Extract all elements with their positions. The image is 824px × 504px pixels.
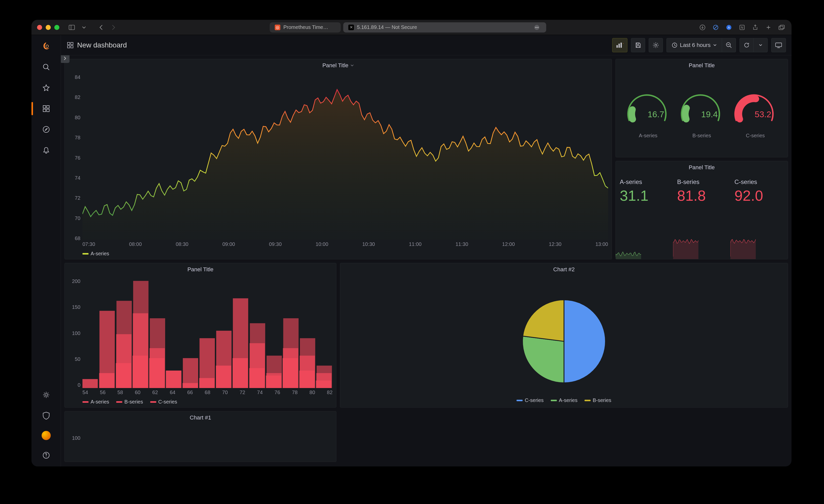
panel-histogram[interactable]: Panel Title 050100150200 545658606264666… [65, 263, 336, 408]
grafana-logo-icon[interactable] [40, 40, 52, 52]
svg-point-3 [535, 27, 536, 28]
save-button[interactable] [631, 38, 645, 52]
svg-rect-20 [43, 109, 46, 112]
svg-rect-25 [68, 42, 70, 45]
clock-icon [672, 42, 678, 48]
svg-line-36 [730, 46, 731, 48]
zoom-window-button[interactable] [54, 25, 60, 30]
more-icon[interactable] [532, 23, 541, 32]
refresh-picker[interactable] [739, 38, 768, 52]
pie-chart [518, 296, 610, 387]
minimize-window-button[interactable] [46, 25, 51, 30]
panel-title: Panel Title [188, 266, 214, 273]
svg-rect-38 [776, 43, 782, 47]
stat: B-series 81.8 [673, 174, 730, 259]
prometheus-favicon: ◎ [275, 25, 280, 30]
grafana-favicon: ✕ [348, 25, 354, 30]
sidebar-toggle-icon[interactable] [68, 23, 76, 32]
svg-text:N: N [741, 26, 743, 29]
extension-icon-2[interactable]: N [738, 23, 746, 32]
refresh-button[interactable] [739, 38, 754, 52]
tv-mode-button[interactable] [771, 38, 786, 52]
extension-icon[interactable]: A [725, 23, 733, 32]
svg-rect-74 [150, 318, 165, 388]
svg-rect-14 [780, 25, 785, 29]
panel-title: Panel Title [322, 62, 348, 69]
panel-timeseries[interactable]: Panel Title 687072747678808284 [65, 59, 612, 260]
svg-line-8 [714, 26, 717, 29]
settings-icon[interactable] [40, 389, 52, 400]
user-avatar[interactable] [41, 431, 51, 440]
explore-icon[interactable] [40, 124, 52, 135]
svg-rect-63 [183, 358, 198, 388]
new-tab-icon[interactable] [764, 23, 773, 32]
star-icon[interactable] [40, 82, 52, 93]
y-axis: 687072747678808284 [68, 74, 80, 241]
chevron-down-icon [713, 44, 717, 46]
alerts-icon[interactable] [40, 145, 52, 156]
browser-tab-inactive[interactable]: ◎ Prometheus Time… [270, 22, 341, 32]
share-icon[interactable] [751, 23, 759, 32]
y-axis: 050100150200 [68, 278, 80, 388]
plot-area [83, 74, 608, 240]
gauge: 53.2 C-series [730, 93, 781, 138]
svg-rect-76 [267, 356, 282, 388]
refresh-interval-dropdown[interactable] [753, 38, 768, 52]
add-panel-button[interactable]: + [612, 38, 627, 52]
svg-rect-66 [233, 298, 248, 388]
time-picker[interactable]: Last 6 hours [666, 38, 736, 52]
search-icon[interactable] [40, 62, 52, 73]
close-window-button[interactable] [37, 25, 42, 30]
zoom-out-button[interactable] [722, 38, 736, 52]
svg-text:19.4: 19.4 [701, 110, 718, 119]
panel-stats[interactable]: Panel Title A-series 31.1 B-series 81.8 … [615, 161, 788, 260]
tabs-overview-icon[interactable] [777, 23, 786, 32]
svg-rect-78 [300, 338, 315, 388]
svg-rect-31 [621, 42, 622, 48]
panel-title: Panel Title [689, 62, 715, 69]
svg-rect-58 [99, 311, 115, 388]
svg-point-33 [655, 44, 657, 46]
svg-text:53.2: 53.2 [755, 110, 771, 119]
svg-rect-18 [43, 106, 46, 108]
svg-rect-28 [71, 46, 73, 48]
svg-point-16 [43, 64, 48, 69]
back-button[interactable] [97, 23, 106, 32]
download-icon[interactable] [698, 23, 707, 32]
svg-rect-29 [616, 45, 618, 48]
svg-rect-65 [216, 331, 231, 388]
svg-text:A: A [728, 26, 730, 29]
dashboard-topbar: New dashboard + Last [61, 35, 792, 55]
svg-rect-64 [199, 338, 215, 388]
svg-rect-13 [779, 26, 783, 30]
dashboards-icon[interactable] [40, 103, 52, 114]
plot-area [83, 278, 333, 388]
dashboard-title[interactable]: New dashboard [77, 41, 127, 49]
browser-window: ◎ Prometheus Time… ✕ 5.161.89.14 — Not S… [31, 20, 792, 467]
svg-rect-72 [116, 301, 132, 388]
panel-chart1[interactable]: Chart #1 100 [65, 411, 336, 462]
legend: A-series [83, 251, 109, 257]
svg-rect-73 [133, 281, 148, 388]
chevron-down-icon[interactable] [350, 64, 354, 67]
chevron-down-icon[interactable] [80, 23, 88, 32]
help-icon[interactable] [40, 450, 52, 461]
shield-icon[interactable] [40, 410, 52, 421]
svg-point-23 [45, 394, 47, 396]
panel-gauges[interactable]: Panel Title 16.7 A-series 19.4 B-series … [615, 59, 788, 157]
stat: A-series 31.1 [616, 174, 673, 259]
dashboard-grid: Panel Title 687072747678808284 [61, 55, 792, 467]
panel-pie[interactable]: Chart #2 C-series A-series B-series [340, 263, 788, 408]
dashboard-settings-button[interactable] [649, 38, 663, 52]
block-icon[interactable] [711, 23, 720, 32]
panel-title: Chart #1 [190, 414, 211, 421]
svg-rect-77 [283, 318, 298, 388]
y-axis: 100 [68, 425, 80, 462]
svg-rect-62 [166, 371, 181, 388]
tab-title: 5.161.89.14 — Not Secure [357, 24, 417, 30]
expand-handle[interactable] [61, 55, 70, 63]
browser-tab-active[interactable]: ✕ 5.161.89.14 — Not Secure [343, 22, 546, 32]
window-controls [37, 25, 60, 30]
panel-title: Chart #2 [553, 266, 575, 273]
dashboard-icon [67, 42, 74, 48]
